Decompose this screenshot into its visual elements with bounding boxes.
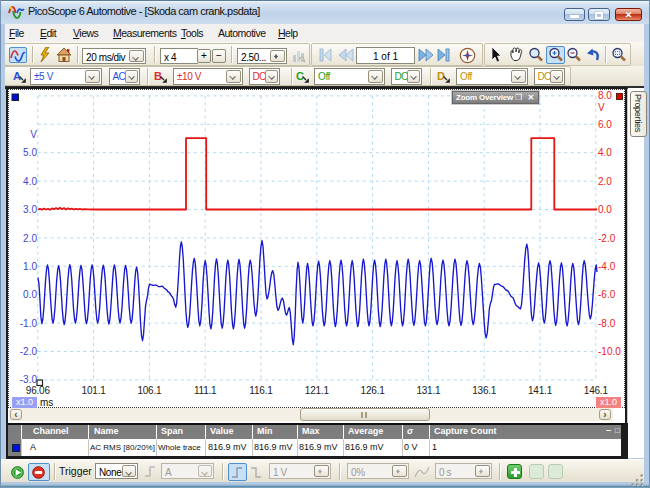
svg-text:-10.0: -10.0 <box>598 346 621 357</box>
svg-text:4.0: 4.0 <box>598 147 612 158</box>
svg-text:2.0: 2.0 <box>23 233 37 244</box>
svg-text:6.0: 6.0 <box>598 119 612 130</box>
svg-text:0.0: 0.0 <box>598 204 612 215</box>
svg-text:-1.0: -1.0 <box>20 318 38 329</box>
svg-text:8.0: 8.0 <box>598 90 612 101</box>
svg-text:V: V <box>30 129 37 140</box>
svg-text:5.0: 5.0 <box>23 147 37 158</box>
svg-text:3.0: 3.0 <box>23 204 37 215</box>
svg-text:-8.0: -8.0 <box>598 318 616 329</box>
svg-text:1.0: 1.0 <box>23 261 37 272</box>
svg-text:-2.0: -2.0 <box>598 233 616 244</box>
svg-text:-4.0: -4.0 <box>598 261 616 272</box>
svg-text:V: V <box>598 102 605 113</box>
svg-text:-6.0: -6.0 <box>598 289 616 300</box>
svg-text:4.0: 4.0 <box>23 176 37 187</box>
svg-text:-3.0: -3.0 <box>20 374 38 385</box>
svg-text:0.0: 0.0 <box>23 289 37 300</box>
svg-text:-2.0: -2.0 <box>20 346 38 357</box>
svg-text:2.0: 2.0 <box>598 176 612 187</box>
